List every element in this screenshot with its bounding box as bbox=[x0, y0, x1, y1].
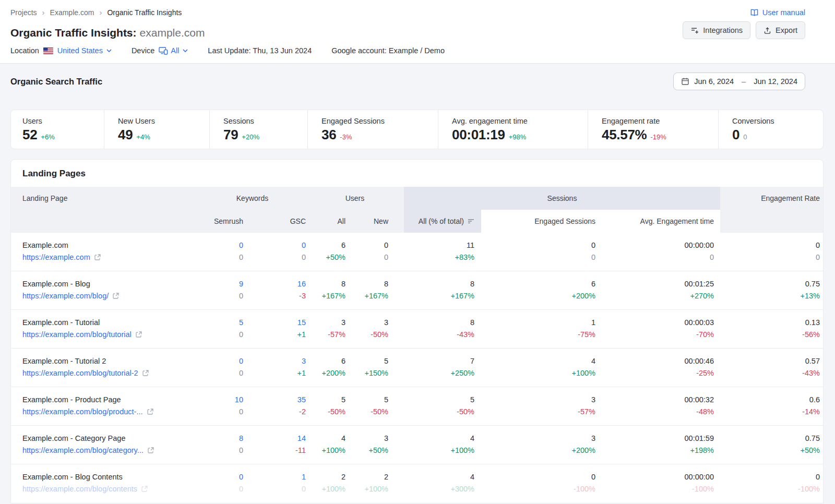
engaged-sessions-cell: 1 -75% bbox=[481, 317, 601, 348]
landing-page-url-link[interactable]: https://example.com/blog/tutorial-2 bbox=[22, 367, 138, 379]
users-all-cell: 6 +200% bbox=[306, 355, 345, 387]
gsc-keywords-cell: 35 -2 bbox=[243, 394, 306, 425]
gsc-keywords-value[interactable]: 15 bbox=[243, 317, 306, 328]
gsc-keywords-value[interactable]: 14 bbox=[243, 433, 306, 444]
external-link-icon[interactable] bbox=[141, 485, 148, 493]
landing-page-url-link[interactable]: https://example.com/blog/category... bbox=[22, 445, 144, 456]
col-users-new[interactable]: New bbox=[345, 210, 404, 233]
landing-page-url-link[interactable]: https://example.com/blog/product-... bbox=[22, 406, 143, 417]
landing-page-url-link[interactable]: https://example.com bbox=[22, 251, 90, 263]
semrush-keywords-value[interactable]: 0 bbox=[199, 471, 243, 483]
engagement-rate-delta: -14% bbox=[720, 406, 820, 417]
breadcrumb-projects[interactable]: Projects bbox=[10, 8, 37, 17]
semrush-keywords-delta: 0 bbox=[199, 445, 243, 456]
engagement-rate-delta: +50% bbox=[720, 445, 820, 456]
sort-descending-icon bbox=[468, 219, 474, 224]
breadcrumb-current: Organic Traffic Insights bbox=[107, 8, 182, 17]
gsc-keywords-delta: -3 bbox=[243, 290, 306, 302]
users-all-delta: +200% bbox=[306, 367, 345, 379]
users-new-value: 2 bbox=[345, 471, 388, 483]
semrush-keywords-value[interactable]: 10 bbox=[199, 394, 243, 405]
users-all-value: 8 bbox=[306, 278, 345, 290]
col-semrush[interactable]: Semrush bbox=[199, 210, 243, 233]
gsc-keywords-value[interactable]: 0 bbox=[243, 239, 306, 251]
google-account: Google account: Example / Demo bbox=[331, 46, 445, 55]
gsc-keywords-value[interactable]: 16 bbox=[243, 278, 306, 290]
external-link-icon[interactable] bbox=[135, 331, 142, 338]
semrush-keywords-cell: 5 0 bbox=[199, 317, 243, 348]
avg-engagement-time-value: 00:01:25 bbox=[601, 278, 714, 290]
landing-page-url-link[interactable]: https://example.com/blog/ bbox=[22, 290, 109, 302]
col-users-all[interactable]: All bbox=[306, 210, 345, 233]
external-link-icon[interactable] bbox=[94, 254, 101, 261]
users-new-delta: -50% bbox=[345, 329, 388, 340]
col-avg-engagement-time[interactable]: Avg. Engagement time bbox=[601, 210, 720, 233]
external-link-icon[interactable] bbox=[142, 369, 149, 377]
engaged-sessions-cell: 6 +200% bbox=[481, 278, 601, 309]
engagement-rate-cell: 0.6 -14% bbox=[720, 394, 824, 425]
location-dropdown[interactable]: United States bbox=[57, 46, 112, 55]
users-new-delta: +50% bbox=[345, 445, 388, 456]
device-dropdown[interactable]: All bbox=[159, 46, 188, 55]
avg-engagement-time-delta: 0 bbox=[601, 251, 714, 263]
users-new-cell: 3 -50% bbox=[345, 317, 404, 348]
metric-delta: 0 bbox=[743, 133, 747, 141]
engagement-rate-delta: +13% bbox=[720, 290, 820, 302]
users-new-value: 5 bbox=[345, 394, 388, 405]
gsc-keywords-value[interactable]: 35 bbox=[243, 394, 306, 405]
engagement-rate-cell: 0.13 -56% bbox=[720, 317, 824, 348]
col-sessions-all-total[interactable]: All (% of total) bbox=[404, 210, 481, 233]
engagement-rate-delta: 0 bbox=[720, 251, 820, 263]
export-button[interactable]: Export bbox=[756, 21, 805, 39]
users-all-value: 6 bbox=[306, 355, 345, 367]
chevron-down-icon bbox=[183, 49, 188, 52]
users-all-cell: 6 +50% bbox=[306, 239, 345, 271]
user-manual-link[interactable]: User manual bbox=[750, 8, 805, 17]
subheader-spacer bbox=[720, 210, 824, 233]
semrush-keywords-value[interactable]: 8 bbox=[199, 433, 243, 444]
gsc-keywords-delta: +1 bbox=[243, 329, 306, 340]
avg-engagement-time-delta: -25% bbox=[601, 367, 714, 379]
breadcrumb-project-name[interactable]: Example.com bbox=[50, 8, 94, 17]
landing-page-name: Example.com bbox=[22, 239, 199, 251]
landing-page-url-link[interactable]: https://example.com/blog/contents bbox=[22, 483, 137, 495]
semrush-keywords-value[interactable]: 0 bbox=[199, 239, 243, 251]
semrush-keywords-value[interactable]: 0 bbox=[199, 355, 243, 367]
table-body: Example.com https://example.com 0 0 0 0 … bbox=[11, 233, 823, 503]
section-title: Organic Search Traffic bbox=[10, 77, 102, 87]
col-group-users: Users bbox=[306, 187, 404, 210]
sessions-all-value: 7 bbox=[404, 355, 474, 367]
semrush-keywords-value[interactable]: 5 bbox=[199, 317, 243, 328]
date-range-picker[interactable]: Jun 6, 2024 – Jun 12, 2024 bbox=[673, 73, 805, 90]
sessions-all-cell: 7 +250% bbox=[404, 355, 481, 387]
external-link-icon[interactable] bbox=[112, 292, 120, 299]
gsc-keywords-cell: 14 -11 bbox=[243, 433, 306, 464]
col-gsc[interactable]: GSC bbox=[243, 210, 306, 233]
integrations-button[interactable]: Integrations bbox=[683, 21, 750, 39]
engagement-rate-value: 0 bbox=[720, 239, 820, 251]
users-all-delta: +167% bbox=[306, 290, 345, 302]
engaged-sessions-delta: -75% bbox=[481, 329, 595, 340]
metric-value: 36 bbox=[321, 127, 336, 143]
landing-page-cell: Example.com - Tutorial 2 https://example… bbox=[11, 355, 199, 387]
metric-delta: +4% bbox=[136, 133, 150, 141]
landing-page-url-link[interactable]: https://example.com/blog/tutorial bbox=[22, 329, 132, 340]
users-new-delta: +150% bbox=[345, 367, 388, 379]
engagement-rate-cell: 0 0 bbox=[720, 239, 824, 271]
metric-sessions: Sessions 79+20% bbox=[209, 110, 307, 149]
sessions-all-value: 8 bbox=[404, 317, 474, 328]
external-link-icon[interactable] bbox=[147, 408, 154, 415]
avg-engagement-time-cell: 00:00:00 0 bbox=[601, 239, 720, 271]
avg-engagement-time-cell: 00:00:03 -70% bbox=[601, 317, 720, 348]
gsc-keywords-value[interactable]: 3 bbox=[243, 355, 306, 367]
col-engaged-sessions[interactable]: Engaged Sessions bbox=[481, 210, 601, 233]
users-all-value: 4 bbox=[306, 433, 345, 444]
sessions-all-delta: -43% bbox=[404, 329, 474, 340]
gsc-keywords-value[interactable]: 1 bbox=[243, 471, 306, 483]
gsc-keywords-delta: 0 bbox=[243, 483, 306, 495]
semrush-keywords-value[interactable]: 9 bbox=[199, 278, 243, 290]
avg-engagement-time-delta: -48% bbox=[601, 406, 714, 417]
users-all-cell: 4 +100% bbox=[306, 433, 345, 464]
sessions-all-delta: -50% bbox=[404, 406, 474, 417]
external-link-icon[interactable] bbox=[147, 447, 154, 454]
